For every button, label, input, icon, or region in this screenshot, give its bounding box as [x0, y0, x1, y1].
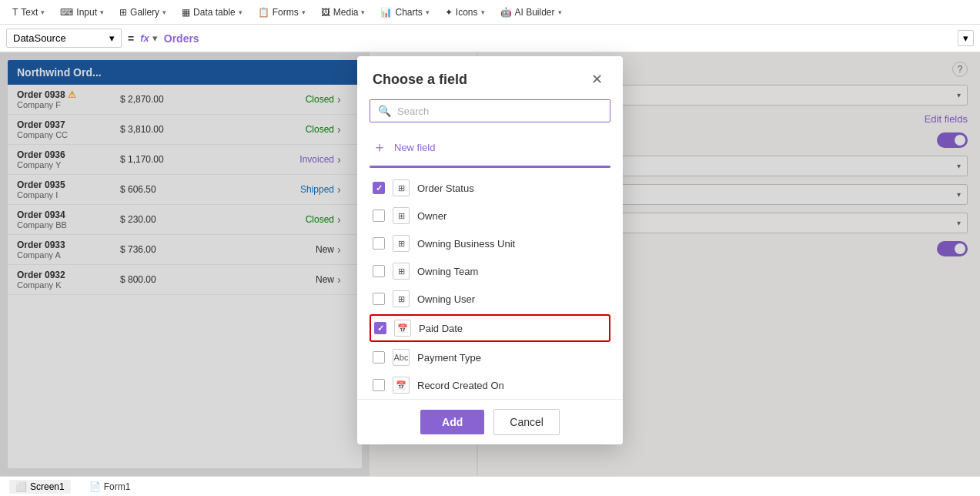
toolbar-media[interactable]: 🖼 Media ▾	[315, 4, 372, 21]
media-icon: 🖼	[321, 7, 330, 18]
gallery-caret: ▾	[162, 8, 166, 16]
type-icon-order-status: ⊞	[393, 179, 410, 196]
field-name-payment-type: Payment Type	[417, 352, 607, 364]
formula-right-area: ▾	[958, 30, 974, 46]
datatable-icon: ▦	[182, 7, 190, 18]
toolbar-datatable[interactable]: ▦ Data table ▾	[176, 4, 249, 21]
checkbox-record-created-on[interactable]	[373, 379, 385, 391]
icons-icon: ✦	[445, 7, 453, 18]
fx-label: fx	[140, 32, 149, 44]
input-icon: ⌨	[60, 7, 73, 18]
choose-field-modal: Choose a field ✕ 🔍 ＋ New field ⊞ Order S…	[357, 56, 623, 444]
form-icon: 📄	[89, 481, 101, 492]
form1-tab[interactable]: 📄 Form1	[83, 480, 137, 494]
datatable-caret: ▾	[239, 8, 242, 16]
toolbar-text[interactable]: T Text ▾	[6, 4, 51, 21]
modal-footer: Add Cancel	[357, 399, 623, 444]
datasource-caret-icon: ▾	[109, 32, 115, 44]
field-item-owner[interactable]: ⊞ Owner	[370, 202, 610, 230]
toolbar-input[interactable]: ⌨ Input ▾	[54, 4, 110, 21]
toolbar: T Text ▾ ⌨ Input ▾ ⊞ Gallery ▾ ▦ Data ta…	[0, 0, 980, 25]
field-item-record-created-on[interactable]: 📅 Record Created On	[370, 371, 610, 399]
fx-box: fx ▾	[140, 32, 158, 44]
checkbox-owning-team[interactable]	[373, 265, 385, 277]
field-name-owning-team: Owning Team	[417, 266, 607, 277]
field-list: ＋ New field ⊞ Order Status ⊞ Owner ⊞ Own…	[357, 132, 623, 399]
modal-title: Choose a field	[373, 72, 467, 88]
checkbox-payment-type[interactable]	[373, 351, 385, 364]
media-caret: ▾	[361, 8, 365, 16]
field-name-owning-business-unit: Owning Business Unit	[417, 238, 607, 250]
equals-sign: =	[128, 32, 134, 45]
type-icon-payment-type: Abc	[393, 349, 410, 366]
search-input[interactable]	[397, 106, 602, 117]
add-button[interactable]: Add	[420, 410, 484, 434]
field-item-owning-business-unit[interactable]: ⊞ Owning Business Unit	[370, 230, 610, 257]
checkbox-owning-business-unit[interactable]	[373, 237, 385, 250]
modal-close-button[interactable]: ✕	[586, 69, 607, 90]
charts-icon: 📊	[380, 7, 392, 18]
field-name-record-created-on: Record Created On	[417, 380, 607, 391]
type-icon-owning-business-unit: ⊞	[393, 235, 410, 252]
toolbar-gallery[interactable]: ⊞ Gallery ▾	[113, 4, 172, 21]
type-icon-owning-user: ⊞	[393, 290, 410, 307]
input-caret: ▾	[100, 8, 104, 16]
type-icon-owner: ⊞	[393, 207, 410, 224]
modal-header: Choose a field ✕	[357, 56, 623, 99]
field-name-owning-user: Owning User	[417, 293, 607, 305]
toolbar-aibuilder[interactable]: 🤖 AI Builder ▾	[494, 4, 568, 21]
checkbox-order-status[interactable]	[373, 182, 385, 194]
modal-overlay: Choose a field ✕ 🔍 ＋ New field ⊞ Order S…	[0, 52, 980, 476]
toolbar-forms[interactable]: 📋 Forms ▾	[252, 4, 312, 21]
screen-icon: ⬜	[15, 481, 27, 492]
checkbox-paid-date[interactable]	[374, 322, 386, 334]
checkbox-owner[interactable]	[373, 209, 385, 222]
aibuilder-icon: 🤖	[500, 7, 512, 18]
field-item-owning-user[interactable]: ⊞ Owning User	[370, 285, 610, 313]
toolbar-icons[interactable]: ✦ Icons ▾	[439, 4, 491, 21]
text-icon: T	[12, 7, 18, 18]
plus-circle-icon: ＋	[373, 138, 386, 156]
field-name-order-status: Order Status	[417, 183, 607, 194]
cancel-button[interactable]: Cancel	[493, 409, 560, 435]
new-field-button[interactable]: ＋ New field	[370, 132, 610, 163]
field-item-payment-type[interactable]: Abc Payment Type	[370, 344, 610, 371]
field-name-owner: Owner	[417, 210, 607, 222]
text-caret: ▾	[41, 8, 45, 16]
divider	[370, 166, 610, 168]
icons-caret: ▾	[481, 8, 485, 16]
type-icon-record-created-on: 📅	[393, 377, 410, 394]
type-icon-owning-team: ⊞	[393, 263, 410, 280]
fx-caret-icon: ▾	[152, 32, 158, 44]
formula-value: Orders	[164, 32, 199, 45]
toolbar-charts[interactable]: 📊 Charts ▾	[374, 4, 435, 21]
search-icon: 🔍	[378, 105, 391, 117]
formula-bar: DataSource ▾ = fx ▾ Orders ▾	[0, 25, 980, 52]
forms-caret: ▾	[302, 8, 306, 16]
field-item-paid-date[interactable]: 📅 Paid Date	[370, 314, 610, 342]
datasource-selector[interactable]: DataSource ▾	[6, 28, 122, 48]
type-icon-paid-date: 📅	[394, 320, 411, 337]
checkbox-owning-user[interactable]	[373, 293, 385, 305]
field-item-owning-team[interactable]: ⊞ Owning Team	[370, 257, 610, 285]
status-bar: ⬜ Screen1 📄 Form1	[0, 476, 980, 496]
gallery-icon: ⊞	[119, 7, 127, 18]
formula-expand-button[interactable]: ▾	[958, 30, 974, 46]
charts-caret: ▾	[426, 8, 430, 16]
modal-field-items: ⊞ Order Status ⊞ Owner ⊞ Owning Business…	[370, 174, 610, 399]
aibuilder-caret: ▾	[558, 8, 562, 16]
forms-icon: 📋	[258, 7, 269, 18]
field-item-order-status[interactable]: ⊞ Order Status	[370, 174, 610, 202]
search-box[interactable]: 🔍	[370, 99, 610, 122]
field-name-paid-date: Paid Date	[419, 323, 606, 334]
screen1-tab[interactable]: ⬜ Screen1	[9, 480, 71, 494]
main-area: Northwind Ord... Order 0938 ⚠ Company F …	[0, 52, 980, 476]
